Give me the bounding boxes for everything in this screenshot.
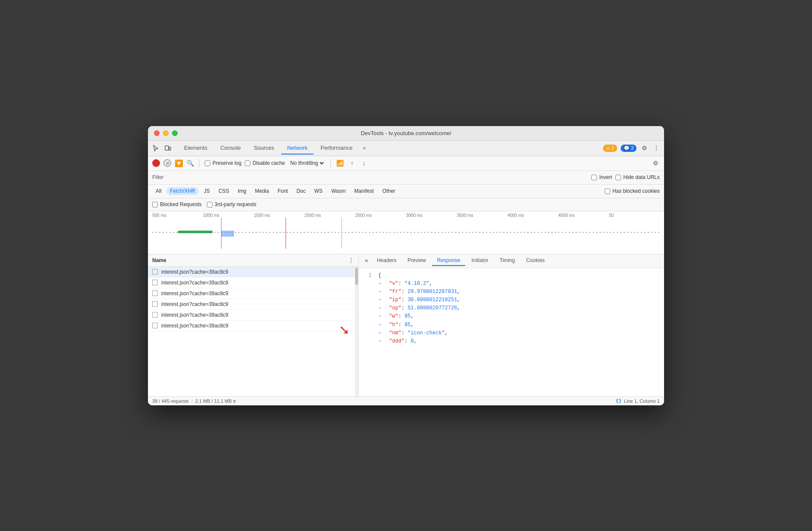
preserve-log-checkbox[interactable]: Preserve log (205, 160, 241, 166)
collapse-v[interactable]: – (378, 280, 383, 288)
type-btn-fetch[interactable]: Fetch/XHR (166, 187, 199, 195)
req-checkbox-2[interactable] (152, 280, 158, 285)
close-button[interactable] (154, 130, 160, 136)
req-checkbox-6[interactable] (152, 323, 158, 328)
tab-more[interactable]: » (360, 142, 369, 154)
panel-tab-cookies[interactable]: Cookies (521, 256, 550, 266)
traffic-lights (154, 130, 178, 136)
panel-tab-response[interactable]: Response (432, 256, 465, 266)
code-line-ddd: – "ddd": 0, (363, 337, 660, 346)
req-name-2: interest.json?cache=39ac8c9 (161, 280, 228, 286)
scroll-indicator: ⋮ (348, 257, 354, 264)
download-icon[interactable]: ↓ (360, 159, 369, 167)
format-button[interactable]: {} (616, 398, 621, 404)
code-line-ip: – "ip": 30.0000012219251, (363, 296, 660, 304)
blocked-requests-checkbox[interactable]: Blocked Requests (152, 201, 202, 207)
req-checkbox-3[interactable] (152, 290, 158, 296)
response-content[interactable]: 1 { – "v": "4.10.2", – "fr": 29.97000122… (359, 268, 664, 396)
request-row-6[interactable]: interest.json?cache=39ac8c9 ➘ (148, 321, 358, 331)
type-btn-doc[interactable]: Doc (293, 187, 309, 195)
third-party-checkbox[interactable]: 3rd-party requests (207, 201, 256, 207)
req-checkbox-5[interactable] (152, 312, 158, 318)
type-btn-other[interactable]: Other (379, 187, 399, 195)
minimize-button[interactable] (163, 130, 169, 136)
req-name-4: interest.json?cache=39ac8c9 (161, 301, 228, 307)
panel-tab-initiator[interactable]: Initiator (466, 256, 493, 266)
type-btn-manifest[interactable]: Manifest (351, 187, 377, 195)
request-row-2[interactable]: interest.json?cache=39ac8c9 (148, 278, 358, 288)
timeline-ruler: 500 ms 1000 ms 1500 ms 2000 ms 2500 ms 3… (148, 211, 664, 218)
wifi-icon[interactable]: 📶 (336, 159, 344, 167)
request-list-header: Name ⋮ (148, 254, 358, 267)
request-list-container: interest.json?cache=39ac8c9 interest.jso… (148, 267, 358, 396)
clear-button[interactable]: ⊘ (163, 159, 171, 167)
type-btn-font[interactable]: Font (274, 187, 291, 195)
record-button[interactable] (152, 159, 160, 167)
scrollbar[interactable] (355, 267, 358, 396)
collapse-nm[interactable]: – (378, 329, 383, 337)
request-row-5[interactable]: interest.json?cache=39ac8c9 (148, 310, 358, 321)
timeline-chart[interactable] (152, 218, 660, 249)
has-blocked-cookies[interactable]: Has blocked cookies (605, 188, 660, 194)
msg-count: 3 (631, 145, 634, 151)
settings-gear[interactable]: ⚙ (651, 159, 660, 167)
request-row-3[interactable]: interest.json?cache=39ac8c9 (148, 288, 358, 299)
ruler-2000: 2000 ms (304, 213, 355, 218)
collapse-ddd[interactable]: – (378, 337, 383, 346)
type-btn-all[interactable]: All (152, 187, 165, 195)
filter-bar: Filter Invert Hide data URLs (148, 171, 664, 185)
collapse-h[interactable]: – (378, 321, 383, 329)
ruler-4500: 4500 ms (558, 213, 609, 218)
hide-data-urls-checkbox[interactable]: Hide data URLs (615, 174, 660, 180)
collapse-w[interactable]: – (378, 312, 383, 321)
ruler-500: 500 ms (152, 213, 203, 218)
message-badge[interactable]: 💬 3 (621, 145, 637, 152)
requests-count: 39 / 445 requests (152, 398, 189, 404)
code-line-fr: – "fr": 29.9700012207031, (363, 288, 660, 296)
search-icon[interactable]: 🔍 (187, 160, 194, 167)
throttle-select[interactable]: No throttling Fast 3G Slow 3G (289, 160, 325, 167)
type-btn-media[interactable]: Media (252, 187, 273, 195)
disable-cache-checkbox[interactable]: Disable cache (245, 160, 285, 166)
type-btn-wasm[interactable]: Wasm (328, 187, 349, 195)
device-icon[interactable] (163, 144, 172, 152)
scrollbar-thumb (355, 268, 358, 285)
request-row-4[interactable]: interest.json?cache=39ac8c9 (148, 299, 358, 310)
collapse-fr[interactable]: – (378, 288, 383, 296)
tab-performance[interactable]: Performance (314, 142, 358, 154)
collapse-ip[interactable]: – (378, 296, 383, 304)
close-panel-button[interactable]: × (362, 257, 371, 264)
collapse-op[interactable]: – (378, 304, 383, 312)
more-icon[interactable]: ⋮ (652, 144, 661, 152)
filter-label: Filter (152, 174, 164, 180)
tab-network[interactable]: Network (281, 142, 314, 154)
tab-sources[interactable]: Sources (248, 142, 280, 154)
settings-icon[interactable]: ⚙ (640, 144, 649, 152)
request-list: Name ⋮ interest.json?cache=39ac8c9 inter… (148, 254, 359, 396)
timeline-area: 500 ms 1000 ms 1500 ms 2000 ms 2500 ms 3… (148, 211, 664, 254)
panel-tab-timing[interactable]: Timing (495, 256, 520, 266)
filter-icon[interactable]: 🔽 (175, 159, 183, 167)
panel-tab-preview[interactable]: Preview (403, 256, 431, 266)
request-row-1[interactable]: interest.json?cache=39ac8c9 (148, 267, 358, 278)
ruler-1500: 1500 ms (254, 213, 304, 218)
code-line-h: – "h": 85, (363, 321, 660, 329)
req-checkbox-1[interactable] (152, 269, 158, 275)
warning-badge[interactable]: ⚠ 2 (603, 145, 617, 152)
upload-icon[interactable]: ↑ (348, 159, 357, 167)
ruler-50: 50 (609, 213, 660, 218)
req-checkbox-4[interactable] (152, 301, 158, 307)
type-btn-js[interactable]: JS (200, 187, 213, 195)
tab-elements[interactable]: Elements (178, 142, 213, 154)
type-btn-img[interactable]: Img (234, 187, 250, 195)
tab-console[interactable]: Console (214, 142, 247, 154)
extra-filter-bar: Blocked Requests 3rd-party requests (148, 198, 664, 211)
timeline-orange-line (341, 218, 342, 249)
type-btn-css[interactable]: CSS (215, 187, 233, 195)
maximize-button[interactable] (172, 130, 178, 136)
panel-tab-headers[interactable]: Headers (372, 256, 401, 266)
invert-checkbox[interactable]: Invert (591, 174, 612, 180)
svg-rect-1 (169, 147, 171, 150)
cursor-icon[interactable] (151, 144, 160, 152)
type-btn-ws[interactable]: WS (311, 187, 326, 195)
